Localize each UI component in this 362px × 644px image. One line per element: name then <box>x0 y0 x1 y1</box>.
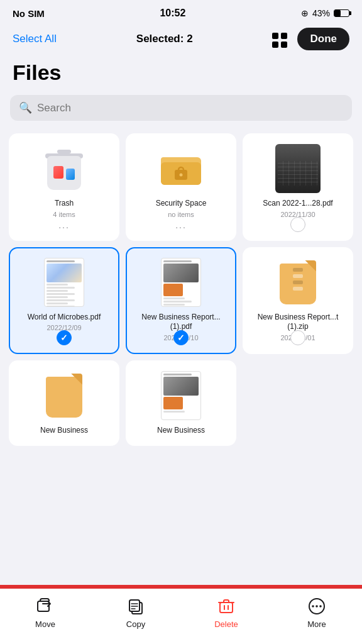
file-name: Scan 2022-1...28.pdf <box>263 199 332 209</box>
empty-slot <box>243 360 353 447</box>
grid-view-button[interactable] <box>272 33 290 45</box>
doc-icon-wrapper <box>39 257 89 308</box>
copy-svg-icon <box>127 597 145 615</box>
file-card-new-business-pdf[interactable]: New Business Report...(1).pdf 2022/11/10 <box>126 247 236 354</box>
files-grid-partial: New Business New Business <box>0 360 362 447</box>
file-meta: 4 items <box>53 211 75 218</box>
nav-bar: Select All Selected: 2 Done <box>0 23 362 58</box>
bottom-toolbar: Move Copy Delete <box>0 587 362 644</box>
file-more-dots[interactable]: ··· <box>175 222 187 232</box>
toolbar-delete[interactable]: Delete <box>181 596 272 629</box>
status-right: ⊕ 43% <box>301 8 349 18</box>
search-bar[interactable]: 🔍 <box>10 95 352 121</box>
toolbar-copy[interactable]: Copy <box>90 596 181 629</box>
copy-icon <box>126 596 146 616</box>
file-name: New Business <box>40 426 88 436</box>
photo-icon-wrapper <box>273 143 323 194</box>
search-input[interactable] <box>37 102 343 114</box>
file-name: New Business <box>157 426 205 436</box>
file-checkbox-checked[interactable] <box>57 330 72 345</box>
toolbar-move[interactable]: Move <box>0 596 90 629</box>
done-button[interactable]: Done <box>297 28 349 50</box>
zip-icon <box>278 260 317 304</box>
toolbar-more[interactable]: More <box>272 596 362 629</box>
trash-icon <box>45 147 84 190</box>
file-card-scan-pdf[interactable]: Scan 2022-1...28.pdf 2022/11/30 <box>243 133 353 241</box>
file-card-security-space[interactable]: Security Space no items ··· <box>126 133 236 241</box>
time-label: 10:52 <box>160 8 185 19</box>
svg-rect-12 <box>220 602 233 613</box>
delete-icon <box>216 596 236 616</box>
nav-right-controls: Done <box>272 28 349 50</box>
page-title: Files <box>0 58 362 95</box>
file-card-partial-doc[interactable]: New Business <box>126 360 236 447</box>
svg-point-18 <box>315 605 318 608</box>
file-name: New Business Report...(1).pdf <box>133 313 229 332</box>
file-card-business-zip[interactable]: New Business Report...t (1).zip 2022/09/… <box>243 247 353 354</box>
trash-icon-wrapper <box>39 143 89 194</box>
svg-point-5 <box>180 174 183 177</box>
toolbar-delete-label: Delete <box>214 619 238 629</box>
file-checkbox[interactable] <box>290 330 305 345</box>
file-meta: no items <box>168 211 194 218</box>
more-icon <box>307 596 327 616</box>
toolbar-move-label: Move <box>35 619 55 629</box>
search-icon: 🔍 <box>19 101 32 114</box>
lock-icon: ⊕ <box>301 8 309 18</box>
file-name: Trash <box>55 199 74 209</box>
file-more-dots[interactable]: ··· <box>58 222 70 232</box>
zip-icon-partial <box>45 374 84 418</box>
move-svg-icon <box>36 597 54 615</box>
doc-thumb <box>44 258 84 307</box>
file-checkbox-checked[interactable] <box>173 330 189 345</box>
doc-thumb-partial <box>161 371 201 420</box>
status-bar: No SIM 10:52 ⊕ 43% <box>0 0 362 23</box>
file-card-world-microbes[interactable]: World of Microbes.pdf 2022/12/09 <box>9 247 119 354</box>
more-svg-icon <box>308 597 326 615</box>
toolbar-copy-label: Copy <box>126 619 145 629</box>
delete-svg-icon <box>217 597 235 615</box>
folder-icon-wrapper <box>156 143 206 194</box>
zip-icon-wrapper <box>273 257 323 308</box>
svg-point-19 <box>319 605 322 608</box>
battery-percent: 43% <box>312 8 330 18</box>
file-name: New Business Report...t (1).zip <box>250 313 346 332</box>
select-all-button[interactable]: Select All <box>13 33 57 45</box>
move-icon <box>35 596 55 616</box>
file-name: World of Microbes.pdf <box>28 313 101 323</box>
svg-rect-8 <box>129 600 140 611</box>
selected-count-label: Selected: 2 <box>136 33 193 45</box>
file-checkbox[interactable] <box>290 217 305 232</box>
carrier-label: No SIM <box>13 8 45 19</box>
files-grid: Trash 4 items ··· Security Space no item… <box>0 133 362 354</box>
file-card-partial-zip[interactable]: New Business <box>9 360 119 447</box>
file-card-trash[interactable]: Trash 4 items ··· <box>9 133 119 241</box>
doc-icon-wrapper <box>156 370 206 421</box>
doc-thumb <box>161 258 201 307</box>
toolbar-more-label: More <box>307 619 326 629</box>
folder-icon <box>161 151 201 186</box>
keyboard-photo-thumb <box>275 144 321 193</box>
zip-icon-wrapper <box>39 370 89 421</box>
battery-bar <box>334 9 349 17</box>
file-name: Security Space <box>156 199 207 209</box>
svg-point-17 <box>312 605 314 608</box>
doc-icon-wrapper <box>156 257 206 308</box>
